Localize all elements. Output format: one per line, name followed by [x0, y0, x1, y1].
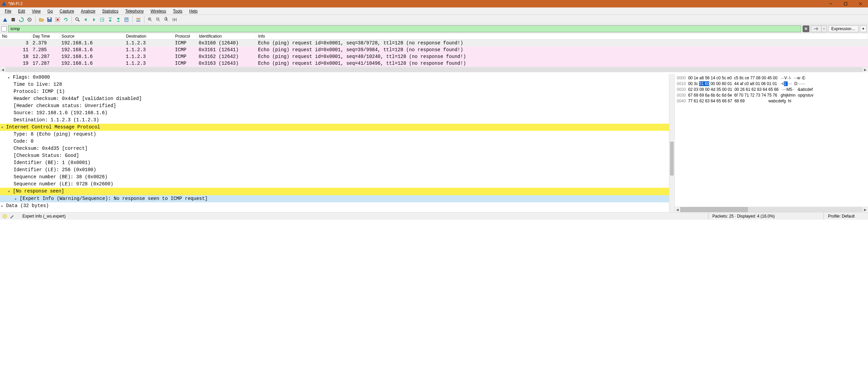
open-file-icon[interactable] [38, 16, 45, 23]
tree-row[interactable]: Destination: 1.1.2.3 (1.1.2.3) [0, 117, 669, 124]
tree-row[interactable]: Time to live: 128 [0, 81, 669, 88]
table-row[interactable]: 117.285192.168.1.61.1.2.3ICMP0x3161 (126… [0, 46, 868, 53]
display-filter-input[interactable] [8, 25, 801, 32]
restart-capture-icon[interactable] [18, 16, 25, 23]
status-packets-label: Packets: 25 · Displayed: 4 (16.0%) [708, 214, 824, 219]
goto-packet-icon[interactable] [98, 16, 106, 23]
packet-bytes-pane: 0000 00 1e a6 56 14 c0 5c e0 c5 8c ce 77… [675, 74, 868, 212]
add-filter-button[interactable]: + [860, 25, 867, 32]
save-file-icon[interactable] [46, 16, 53, 23]
tree-row[interactable]: [Header checksum status: Unverified] [0, 102, 669, 109]
packet-list-header[interactable]: No Day Time Source Destination Protocol … [0, 33, 868, 40]
chevron-right-icon[interactable]: ▸ [15, 195, 20, 202]
tree-row[interactable]: Identifier (BE): 1 (0x0001) [0, 159, 669, 166]
details-vscrollbar[interactable] [669, 74, 674, 212]
goto-first-icon[interactable] [106, 16, 114, 23]
column-header-destination[interactable]: Destination [124, 33, 173, 40]
tree-row[interactable]: Source: 192.168.1.6 (192.168.1.6) [0, 109, 669, 117]
menu-capture[interactable]: Capture [56, 8, 78, 14]
go-back-icon[interactable] [82, 16, 90, 23]
chevron-down-icon[interactable]: ▾ [1, 124, 6, 131]
expression-button[interactable]: Expression… [828, 25, 859, 32]
svg-rect-20 [136, 19, 140, 20]
tree-row[interactable]: Sequence number (BE): 38 (0x0026) [0, 174, 669, 181]
hex-row[interactable]: 0020 02 03 08 00 4d 35 00 01 00 26 61 62… [677, 87, 866, 93]
stop-capture-icon[interactable] [9, 16, 17, 23]
table-row[interactable]: 1917.287192.168.1.61.1.2.3ICMP0x3163 (12… [0, 60, 868, 67]
filter-bookmark-icon[interactable] [1, 26, 7, 32]
column-header-identification[interactable]: Identification [197, 33, 256, 40]
hex-hscrollbar[interactable]: ◄► [675, 207, 868, 212]
tree-row[interactable]: Identifier (LE): 256 (0x0100) [0, 166, 669, 174]
menu-analyze[interactable]: Analyze [78, 8, 99, 14]
filter-apply-button[interactable] [811, 25, 827, 32]
column-header-no[interactable]: No [0, 33, 31, 40]
menu-statistics[interactable]: Statistics [99, 8, 122, 14]
find-packet-icon[interactable] [74, 16, 81, 23]
tree-row[interactable]: Protocol: ICMP (1) [0, 88, 669, 95]
zoom-out-icon[interactable] [155, 16, 162, 23]
column-header-protocol[interactable]: Protocol [173, 33, 197, 40]
status-profile-label[interactable]: Profile: Default [824, 214, 868, 219]
tree-row[interactable]: Sequence number (LE): 9728 (0x2600) [0, 181, 669, 188]
svg-point-6 [29, 19, 30, 20]
menu-edit[interactable]: Edit [15, 8, 28, 14]
start-capture-icon[interactable] [1, 16, 9, 23]
chevron-down-icon[interactable] [821, 26, 827, 32]
hex-row[interactable]: 0010 00 3c 31 60 00 00 80 01 44 af c0 a8… [677, 81, 866, 87]
svg-line-23 [151, 20, 152, 21]
zoom-in-icon[interactable] [146, 16, 154, 23]
tree-row[interactable]: ▾[No response seen] [0, 188, 669, 195]
edit-comment-icon[interactable] [9, 213, 15, 219]
goto-last-icon[interactable] [115, 16, 122, 23]
main-toolbar: 1 [0, 15, 868, 24]
menu-telephony[interactable]: Telephony [122, 8, 147, 14]
arrow-right-icon [811, 26, 821, 32]
svg-point-12 [76, 18, 78, 20]
column-header-time[interactable]: Day Time [31, 33, 59, 40]
hex-selected-bytes: 31 60 [699, 81, 709, 86]
autoscroll-icon[interactable] [123, 16, 130, 23]
packet-list-hscrollbar[interactable]: ◄► [0, 67, 868, 72]
go-forward-icon[interactable] [90, 16, 98, 23]
menu-tools[interactable]: Tools [170, 8, 186, 14]
menu-view[interactable]: View [28, 8, 44, 14]
chevron-down-icon[interactable]: ▾ [8, 188, 13, 195]
minimize-button[interactable] [823, 0, 838, 7]
close-file-icon[interactable] [54, 16, 61, 23]
menu-go[interactable]: Go [44, 8, 56, 14]
filter-clear-button[interactable]: ✕ [803, 25, 809, 32]
table-row[interactable]: 1812.287192.168.1.61.1.2.3ICMP0x3162 (12… [0, 53, 868, 60]
menu-wireless[interactable]: Wireless [147, 8, 170, 14]
tree-row[interactable]: Type: 8 (Echo (ping) request) [0, 131, 669, 138]
colorize-icon[interactable] [135, 16, 142, 23]
statusbar: Expert Info (_ws.expert) Packets: 25 · D… [0, 212, 868, 220]
tree-row[interactable]: Header checksum: 0x44af [validation disa… [0, 95, 669, 102]
close-button[interactable] [853, 0, 868, 7]
table-row[interactable]: 32.379192.168.1.61.1.2.3ICMP0x3160 (1264… [0, 40, 868, 47]
menu-help[interactable]: Help [186, 8, 201, 14]
tree-row[interactable]: Code: 0 [0, 138, 669, 145]
column-header-info[interactable]: Info [256, 33, 868, 40]
tree-row[interactable]: ▾Internet Control Message Protocol [0, 124, 669, 131]
menu-file[interactable]: File [1, 8, 15, 14]
zoom-reset-icon[interactable]: 1 [163, 16, 170, 23]
maximize-button[interactable] [838, 0, 853, 7]
expert-info-indicator-icon[interactable] [3, 214, 7, 218]
chevron-right-icon[interactable]: ▸ [1, 202, 6, 209]
column-header-source[interactable]: Source [59, 33, 124, 40]
resize-columns-icon[interactable] [171, 16, 178, 23]
tree-row[interactable]: ▸Flags: 0x0000 [0, 74, 669, 81]
packet-list-pane: No Day Time Source Destination Protocol … [0, 33, 868, 74]
hex-row[interactable]: 0040 77 61 62 63 64 65 66 67 68 69 wabcd… [677, 98, 866, 104]
hex-row[interactable]: 0000 00 1e a6 56 14 c0 5c e0 c5 8c ce 77… [677, 75, 866, 81]
tree-row[interactable]: ▸Data (32 bytes) [0, 202, 669, 209]
capture-options-icon[interactable] [26, 16, 33, 23]
tree-row[interactable]: [Checksum Status: Good] [0, 152, 669, 159]
chevron-right-icon[interactable]: ▸ [8, 74, 13, 81]
window-titlebar: *Wi-Fi 2 [0, 0, 868, 7]
tree-row[interactable]: ▸[Expert Info (Warning/Sequence): No res… [0, 195, 669, 202]
hex-row[interactable]: 0030 67 68 69 6a 6b 6c 6d 6e 6f 70 71 72… [677, 93, 866, 98]
reload-file-icon[interactable] [62, 16, 70, 23]
tree-row[interactable]: Checksum: 0x4d35 [correct] [0, 145, 669, 152]
